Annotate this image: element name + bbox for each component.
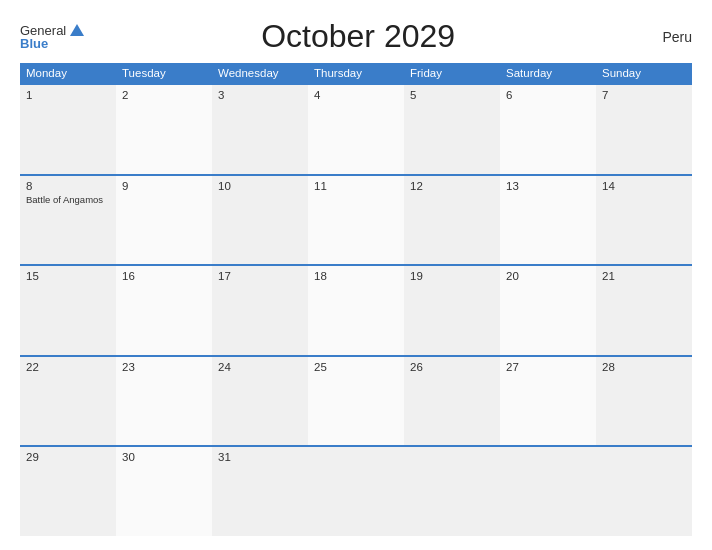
calendar-cell: 7 (596, 85, 692, 174)
day-number: 10 (218, 180, 302, 192)
day-number: 19 (410, 270, 494, 282)
calendar-week-1: 1234567 (20, 83, 692, 174)
day-number: 8 (26, 180, 110, 192)
day-number: 26 (410, 361, 494, 373)
calendar-cell: 13 (500, 176, 596, 265)
calendar-header: MondayTuesdayWednesdayThursdayFridaySatu… (20, 63, 692, 83)
calendar-week-2: 8Battle of Angamos91011121314 (20, 174, 692, 265)
calendar-cell: 1 (20, 85, 116, 174)
calendar-page: General Blue October 2029 Peru MondayTue… (0, 0, 712, 550)
day-number: 22 (26, 361, 110, 373)
month-title: October 2029 (84, 18, 632, 55)
calendar-cell (500, 447, 596, 536)
calendar-week-3: 15161718192021 (20, 264, 692, 355)
day-number: 15 (26, 270, 110, 282)
calendar-week-5: 293031 (20, 445, 692, 536)
event-label: Battle of Angamos (26, 194, 110, 205)
calendar-cell: 25 (308, 357, 404, 446)
calendar-cell: 30 (116, 447, 212, 536)
day-number: 12 (410, 180, 494, 192)
day-number: 11 (314, 180, 398, 192)
calendar-cell: 3 (212, 85, 308, 174)
day-number: 30 (122, 451, 206, 463)
day-number: 17 (218, 270, 302, 282)
day-number: 28 (602, 361, 686, 373)
calendar-cell: 6 (500, 85, 596, 174)
logo-general-text: General (20, 24, 66, 37)
day-number: 14 (602, 180, 686, 192)
calendar: MondayTuesdayWednesdayThursdayFridaySatu… (20, 63, 692, 536)
calendar-cell: 29 (20, 447, 116, 536)
calendar-cell: 5 (404, 85, 500, 174)
calendar-cell: 10 (212, 176, 308, 265)
calendar-cell: 31 (212, 447, 308, 536)
day-number: 31 (218, 451, 302, 463)
day-of-week-monday: Monday (20, 63, 116, 83)
calendar-cell: 9 (116, 176, 212, 265)
day-number: 9 (122, 180, 206, 192)
day-number: 18 (314, 270, 398, 282)
day-of-week-saturday: Saturday (500, 63, 596, 83)
calendar-cell: 4 (308, 85, 404, 174)
calendar-cell (404, 447, 500, 536)
calendar-body: 12345678Battle of Angamos910111213141516… (20, 83, 692, 536)
calendar-cell: 2 (116, 85, 212, 174)
day-of-week-friday: Friday (404, 63, 500, 83)
day-number: 3 (218, 89, 302, 101)
day-number: 16 (122, 270, 206, 282)
calendar-cell: 14 (596, 176, 692, 265)
day-number: 5 (410, 89, 494, 101)
day-number: 7 (602, 89, 686, 101)
calendar-cell: 17 (212, 266, 308, 355)
calendar-cell: 16 (116, 266, 212, 355)
country-label: Peru (632, 29, 692, 45)
calendar-cell (596, 447, 692, 536)
day-of-week-sunday: Sunday (596, 63, 692, 83)
day-number: 21 (602, 270, 686, 282)
day-of-week-thursday: Thursday (308, 63, 404, 83)
day-number: 13 (506, 180, 590, 192)
calendar-cell: 12 (404, 176, 500, 265)
logo: General Blue (20, 24, 84, 50)
calendar-cell: 28 (596, 357, 692, 446)
day-number: 25 (314, 361, 398, 373)
day-number: 29 (26, 451, 110, 463)
calendar-week-4: 22232425262728 (20, 355, 692, 446)
day-number: 24 (218, 361, 302, 373)
day-number: 6 (506, 89, 590, 101)
calendar-cell: 20 (500, 266, 596, 355)
day-number: 23 (122, 361, 206, 373)
calendar-cell: 22 (20, 357, 116, 446)
logo-blue-text: Blue (20, 37, 84, 50)
calendar-cell: 24 (212, 357, 308, 446)
logo-triangle-icon (70, 24, 84, 36)
day-of-week-tuesday: Tuesday (116, 63, 212, 83)
day-number: 20 (506, 270, 590, 282)
day-of-week-wednesday: Wednesday (212, 63, 308, 83)
calendar-cell: 21 (596, 266, 692, 355)
header: General Blue October 2029 Peru (20, 18, 692, 55)
day-number: 1 (26, 89, 110, 101)
calendar-cell: 15 (20, 266, 116, 355)
calendar-cell (308, 447, 404, 536)
calendar-cell: 26 (404, 357, 500, 446)
calendar-cell: 8Battle of Angamos (20, 176, 116, 265)
day-number: 27 (506, 361, 590, 373)
calendar-cell: 27 (500, 357, 596, 446)
day-number: 2 (122, 89, 206, 101)
calendar-cell: 19 (404, 266, 500, 355)
calendar-cell: 18 (308, 266, 404, 355)
calendar-cell: 23 (116, 357, 212, 446)
calendar-cell: 11 (308, 176, 404, 265)
day-number: 4 (314, 89, 398, 101)
